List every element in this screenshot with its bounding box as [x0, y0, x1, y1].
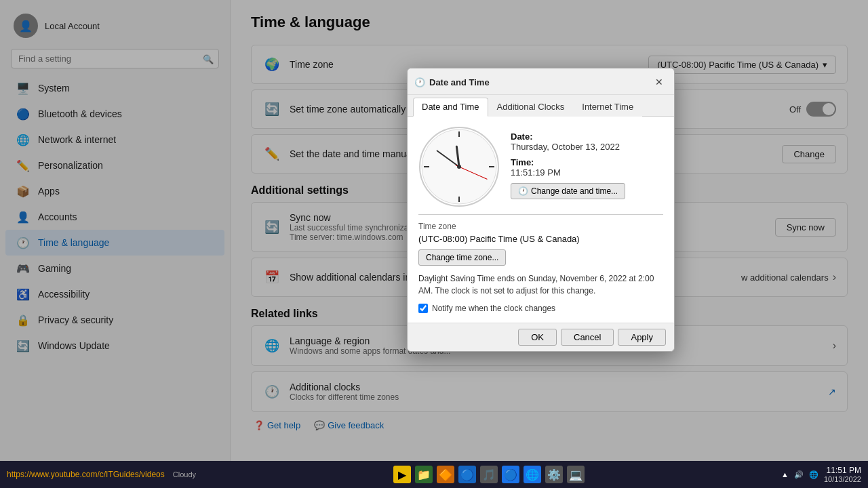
taskbar-icon-3[interactable]: 🔶 — [437, 466, 454, 483]
time-label: Time: — [511, 157, 625, 167]
dialog-overlay: 🕐 Date and Time ✕ Date and Time Addition… — [0, 0, 868, 461]
notify-checkbox[interactable] — [418, 304, 428, 313]
tab-internet-time[interactable]: Internet Time — [573, 98, 642, 117]
network-icon[interactable]: 🌐 — [809, 470, 818, 479]
weather-info: Cloudy — [173, 470, 196, 479]
notify-label[interactable]: Notify me when the clock changes — [432, 304, 555, 313]
dialog-title: Date and Time — [429, 77, 490, 87]
date-label: Date: — [511, 131, 625, 142]
taskbar-icon-9[interactable]: 💻 — [567, 466, 585, 483]
change-date-time-button[interactable]: 🕐 Change date and time... — [511, 183, 625, 199]
tab-additional-clocks[interactable]: Additional Clocks — [488, 98, 574, 117]
notify-row: Notify me when the clock changes — [418, 304, 663, 313]
dialog-tabs: Date and Time Additional Clocks Internet… — [408, 95, 674, 117]
analog-clock — [418, 126, 500, 207]
dialog-titlebar: 🕐 Date and Time ✕ — [408, 68, 674, 95]
dialog-footer: OK Cancel Apply — [408, 323, 674, 351]
taskbar-time: 11:51 PM — [824, 466, 861, 475]
cancel-button[interactable]: Cancel — [561, 329, 614, 346]
taskbar: https://www.youtube.com/c/ITGuides/video… — [0, 461, 868, 488]
tz-section-label: Time zone — [418, 222, 663, 231]
taskbar-system: ▲ 🔊 🌐 11:51 PM 10/13/2022 — [781, 466, 861, 483]
taskbar-date: 10/13/2022 — [824, 475, 861, 483]
taskbar-icon-7[interactable]: 🌐 — [524, 466, 541, 483]
volume-icon[interactable]: 🔊 — [794, 470, 804, 479]
tab-date-time[interactable]: Date and Time — [413, 98, 488, 117]
taskbar-icon-8[interactable]: ⚙️ — [545, 466, 563, 483]
dst-notice: Daylight Saving Time ends on Sunday, Nov… — [418, 272, 663, 297]
timezone-section: Time zone (UTC-08:00) Pacific Time (US &… — [418, 214, 663, 266]
dialog-close-button[interactable]: ✕ — [651, 74, 667, 90]
change-timezone-button[interactable]: Change time zone... — [418, 249, 506, 266]
taskbar-icons: ▶ 📁 🔶 🔵 🎵 🔵 🌐 ⚙️ 💻 — [393, 466, 585, 483]
dialog-body: Date: Thursday, October 13, 2022 Time: 1… — [408, 117, 674, 323]
date-value: Thursday, October 13, 2022 — [511, 142, 625, 152]
tz-current-value: (UTC-08:00) Pacific Time (US & Canada) — [418, 234, 663, 244]
taskbar-clock[interactable]: 11:51 PM 10/13/2022 — [824, 466, 861, 483]
taskbar-icon-5[interactable]: 🎵 — [480, 466, 498, 483]
svg-point-9 — [457, 165, 461, 169]
taskbar-icon-2[interactable]: 📁 — [415, 466, 433, 483]
taskbar-icon-4[interactable]: 🔵 — [458, 466, 476, 483]
dialog-title-icon: 🕐 — [414, 77, 425, 87]
ok-button[interactable]: OK — [518, 329, 557, 346]
taskbar-icon-1[interactable]: ▶ — [393, 466, 411, 483]
system-tray-expand-icon[interactable]: ▲ — [781, 470, 789, 479]
taskbar-url: https://www.youtube.com/c/ITGuides/video… — [7, 470, 165, 479]
apply-button[interactable]: Apply — [618, 329, 666, 346]
clock-icon: 🕐 — [518, 186, 528, 196]
taskbar-icon-6[interactable]: 🔵 — [502, 466, 519, 483]
time-value: 11:51:19 PM — [511, 167, 625, 178]
date-time-dialog: 🕐 Date and Time ✕ Date and Time Addition… — [407, 68, 675, 352]
